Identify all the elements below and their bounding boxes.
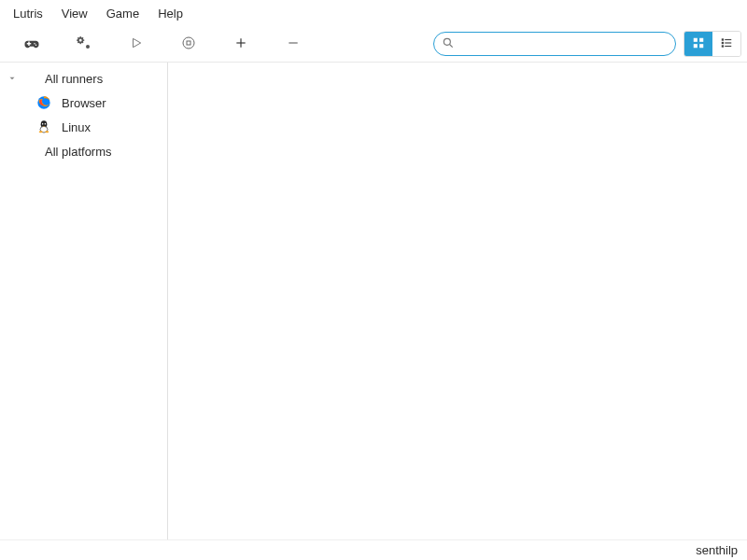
svg-line-7 [450,44,453,47]
svg-point-23 [39,131,43,133]
svg-rect-14 [722,41,724,43]
settings-button[interactable] [58,29,110,59]
menu-view[interactable]: View [52,3,97,24]
sidebar-item-label: All platforms [43,145,112,159]
svg-rect-2 [187,41,190,45]
sidebar-item-all-platforms[interactable]: All platforms [0,139,167,163]
view-toggle [684,31,741,57]
sidebar-item-linux[interactable]: Linux [0,115,167,139]
svg-rect-11 [699,44,703,48]
svg-rect-13 [725,38,731,39]
sidebar-item-label: All runners [43,72,103,86]
content-area: All runners Browser Linux All platforms [0,62,747,539]
play-button[interactable] [110,29,162,59]
toolbar [0,26,747,62]
library-button[interactable] [6,29,58,59]
sidebar-item-label: Browser [60,96,106,110]
svg-rect-9 [699,37,703,41]
search-field-wrap [433,32,676,56]
add-game-button[interactable] [215,29,267,59]
stop-icon [181,35,196,53]
list-icon [720,36,733,52]
sidebar-item-all-runners[interactable]: All runners [0,66,167,91]
search-icon [442,36,455,52]
gears-icon [77,35,92,53]
username-label: senthilp [696,543,738,557]
svg-point-24 [45,131,49,133]
menu-help[interactable]: Help [148,3,192,24]
sidebar-item-label: Linux [60,120,91,134]
gamepad-icon [23,35,40,54]
search-input[interactable] [460,35,668,53]
tux-icon [35,119,52,135]
svg-rect-15 [725,42,731,43]
remove-game-button[interactable] [267,29,319,59]
play-icon [130,36,143,52]
menu-lutris[interactable]: Lutris [4,3,52,24]
statusbar: senthilp [0,539,747,560]
sidebar: All runners Browser Linux All platforms [0,63,168,539]
svg-rect-12 [722,38,724,40]
grid-view-button[interactable] [684,32,712,56]
firefox-icon [35,94,52,111]
svg-point-1 [183,37,194,49]
plus-icon [234,36,247,52]
svg-point-22 [45,123,46,125]
list-view-button[interactable] [712,32,740,56]
svg-rect-16 [722,45,724,47]
chevron-down-icon [6,74,19,83]
stop-button[interactable] [162,29,215,59]
sidebar-item-browser[interactable]: Browser [0,91,167,115]
menubar: Lutris View Game Help [0,0,747,26]
svg-point-0 [86,45,90,49]
minus-icon [287,36,300,52]
svg-rect-10 [694,44,698,48]
svg-point-21 [42,123,43,125]
svg-point-6 [444,38,450,45]
svg-rect-17 [725,45,731,46]
svg-rect-8 [694,37,698,41]
menu-game[interactable]: Game [97,3,148,24]
grid-icon [692,36,705,52]
games-grid [168,63,747,539]
